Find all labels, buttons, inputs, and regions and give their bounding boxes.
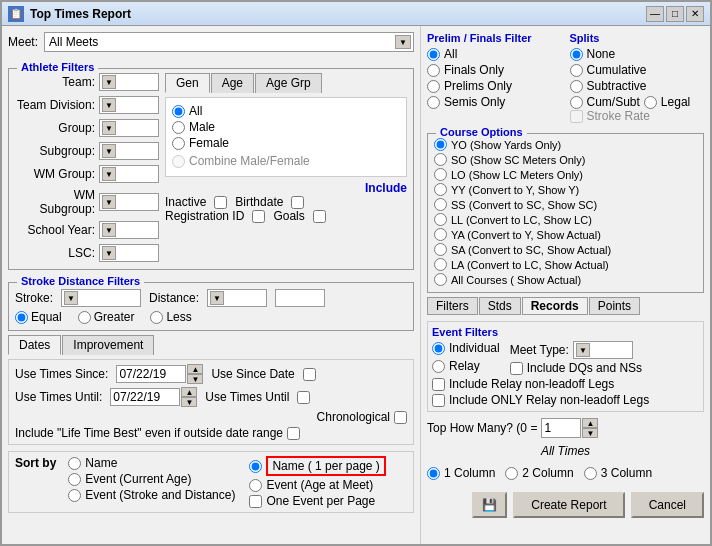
one-event-per-page-checkbox[interactable] — [249, 495, 262, 508]
team-combo[interactable]: ▼ — [99, 73, 159, 91]
tab-dates[interactable]: Dates — [8, 335, 61, 355]
course-radio-3[interactable] — [434, 183, 447, 196]
female-radio[interactable] — [172, 137, 185, 150]
splits-cumulative-radio[interactable] — [570, 64, 583, 77]
sort-event-age-at-meet-label: Event (Age at Meet) — [266, 478, 373, 492]
pf-all-radio[interactable] — [427, 48, 440, 61]
sort-event-current-age-radio[interactable] — [68, 473, 81, 486]
top-how-many-up[interactable]: ▲ — [582, 418, 598, 428]
cancel-button[interactable]: Cancel — [631, 492, 704, 518]
maximize-button[interactable]: □ — [666, 6, 684, 22]
male-radio[interactable] — [172, 121, 185, 134]
meet-combo-arrow[interactable]: ▼ — [395, 35, 411, 49]
use-until-up[interactable]: ▲ — [181, 387, 197, 397]
sort-event-age-at-meet-radio[interactable] — [249, 479, 262, 492]
top-how-many-input[interactable] — [541, 418, 581, 438]
tab-records[interactable]: Records — [522, 297, 588, 315]
col3-radio[interactable] — [584, 467, 597, 480]
chronological-checkbox[interactable] — [394, 411, 407, 424]
birthdate-checkbox[interactable] — [291, 196, 304, 209]
team-combo-arrow[interactable]: ▼ — [102, 75, 116, 89]
pf-finals-radio[interactable] — [427, 64, 440, 77]
wm-group-combo-arrow[interactable]: ▼ — [102, 167, 116, 181]
subgroup-combo[interactable]: ▼ — [99, 142, 159, 160]
stroke-combo[interactable]: ▼ — [61, 289, 141, 307]
course-radio-5[interactable] — [434, 213, 447, 226]
tab-improvement[interactable]: Improvement — [62, 335, 154, 355]
distance-combo-arrow[interactable]: ▼ — [210, 291, 224, 305]
use-until-input[interactable] — [110, 388, 180, 406]
course-radio-9[interactable] — [434, 273, 447, 286]
distance-combo[interactable]: ▼ — [207, 289, 267, 307]
lsc-combo[interactable]: ▼ — [99, 244, 159, 262]
create-report-button[interactable]: Create Report — [513, 492, 624, 518]
individual-radio[interactable] — [432, 342, 445, 355]
all-radio[interactable] — [172, 105, 185, 118]
splits-legal-radio[interactable] — [644, 96, 657, 109]
greater-radio[interactable] — [78, 311, 91, 324]
goals-checkbox[interactable] — [313, 210, 326, 223]
school-year-combo-arrow[interactable]: ▼ — [102, 223, 116, 237]
course-radio-7[interactable] — [434, 243, 447, 256]
life-best-checkbox[interactable] — [287, 427, 300, 440]
close-button[interactable]: ✕ — [686, 6, 704, 22]
use-since-down[interactable]: ▼ — [187, 374, 203, 384]
include-dqs-checkbox[interactable] — [510, 362, 523, 375]
use-since-up[interactable]: ▲ — [187, 364, 203, 374]
tab-points[interactable]: Points — [589, 297, 640, 315]
school-year-combo[interactable]: ▼ — [99, 221, 159, 239]
pf-finals-label: Finals Only — [444, 63, 504, 77]
chronological-label: Chronological — [317, 410, 390, 424]
relay-non-leadoff-checkbox[interactable] — [432, 378, 445, 391]
wm-subgroup-combo-arrow[interactable]: ▼ — [102, 195, 116, 209]
splits-none-radio[interactable] — [570, 48, 583, 61]
sort-name-per-page-radio[interactable] — [249, 460, 262, 473]
col2-radio[interactable] — [505, 467, 518, 480]
meet-type-combo-arrow[interactable]: ▼ — [576, 343, 590, 357]
save-button[interactable]: 💾 — [472, 492, 507, 518]
lsc-combo-arrow[interactable]: ▼ — [102, 246, 116, 260]
use-since-date-checkbox[interactable] — [303, 368, 316, 381]
wm-subgroup-combo[interactable]: ▼ — [99, 193, 159, 211]
meet-value: All Meets — [49, 35, 98, 49]
course-radio-2[interactable] — [434, 168, 447, 181]
minimize-button[interactable]: — — [646, 6, 664, 22]
course-radio-1[interactable] — [434, 153, 447, 166]
registration-id-checkbox[interactable] — [252, 210, 265, 223]
pf-semis-radio[interactable] — [427, 96, 440, 109]
pf-prelims-radio[interactable] — [427, 80, 440, 93]
team-division-combo-arrow[interactable]: ▼ — [102, 98, 116, 112]
use-until-down[interactable]: ▼ — [181, 397, 197, 407]
less-radio[interactable] — [150, 311, 163, 324]
splits-subtractive-radio[interactable] — [570, 80, 583, 93]
sort-name-radio[interactable] — [68, 457, 81, 470]
tab-gen[interactable]: Gen — [165, 73, 210, 93]
course-radio-4[interactable] — [434, 198, 447, 211]
stroke-combo-arrow[interactable]: ▼ — [64, 291, 78, 305]
splits-cum-subt-radio[interactable] — [570, 96, 583, 109]
course-radio-0[interactable] — [434, 138, 447, 151]
col1-radio[interactable] — [427, 467, 440, 480]
subgroup-combo-arrow[interactable]: ▼ — [102, 144, 116, 158]
course-radio-8[interactable] — [434, 258, 447, 271]
inactive-checkbox[interactable] — [214, 196, 227, 209]
top-how-many-down[interactable]: ▼ — [582, 428, 598, 438]
team-division-combo[interactable]: ▼ — [99, 96, 159, 114]
course-radio-6[interactable] — [434, 228, 447, 241]
wm-group-combo[interactable]: ▼ — [99, 165, 159, 183]
relay-radio[interactable] — [432, 360, 445, 373]
meet-type-combo[interactable]: ▼ — [573, 341, 633, 359]
tab-age-grp[interactable]: Age Grp — [255, 73, 322, 93]
use-until-checkbox[interactable] — [297, 391, 310, 404]
tab-stds[interactable]: Stds — [479, 297, 521, 315]
distance-text-input[interactable] — [275, 289, 325, 307]
sort-event-stroke-radio[interactable] — [68, 489, 81, 502]
group-combo[interactable]: ▼ — [99, 119, 159, 137]
tab-filters[interactable]: Filters — [427, 297, 478, 315]
meet-combo[interactable]: All Meets ▼ — [44, 32, 414, 52]
tab-age[interactable]: Age — [211, 73, 254, 93]
only-relay-non-leadoff-checkbox[interactable] — [432, 394, 445, 407]
group-combo-arrow[interactable]: ▼ — [102, 121, 116, 135]
equal-radio[interactable] — [15, 311, 28, 324]
use-since-input[interactable] — [116, 365, 186, 383]
